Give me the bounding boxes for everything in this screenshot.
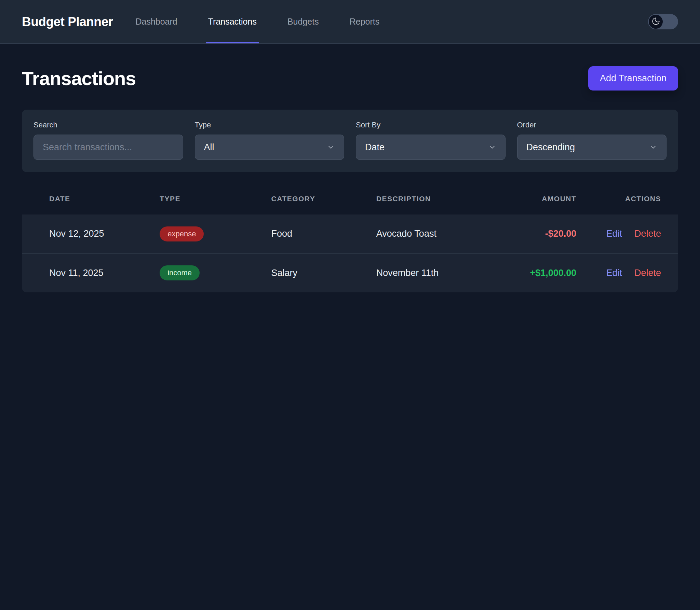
delete-link[interactable]: Delete	[634, 268, 661, 278]
type-select[interactable]: All	[195, 135, 345, 160]
type-select-value: All	[204, 142, 214, 153]
type-field: Type All	[195, 121, 345, 160]
chevron-down-icon	[649, 143, 657, 151]
page-header: Transactions Add Transaction	[22, 66, 678, 91]
nav-item-reports[interactable]: Reports	[348, 0, 382, 43]
col-header-actions: ACTIONS	[576, 180, 678, 214]
filters-card: Search Type All Sort By Date Order	[22, 110, 678, 172]
search-field: Search	[33, 121, 183, 160]
search-input[interactable]	[33, 135, 183, 160]
edit-link[interactable]: Edit	[606, 228, 622, 239]
chevron-down-icon	[327, 143, 335, 151]
theme-toggle-knob	[649, 15, 663, 29]
chevron-down-icon	[488, 143, 496, 151]
edit-link[interactable]: Edit	[606, 268, 622, 278]
theme-toggle[interactable]	[648, 14, 678, 29]
page-title: Transactions	[22, 67, 136, 89]
sort-by-select[interactable]: Date	[356, 135, 506, 160]
order-label: Order	[517, 121, 667, 129]
cell-date: Nov 11, 2025	[22, 253, 160, 292]
cell-amount: +$1,000.00	[501, 253, 577, 292]
order-field: Order Descending	[517, 121, 667, 160]
col-header-date: DATE	[22, 180, 160, 214]
type-badge-income: income	[160, 265, 200, 280]
app-title: Budget Planner	[22, 15, 113, 29]
type-label: Type	[195, 121, 345, 129]
col-header-category: CATEGORY	[271, 180, 376, 214]
cell-description: November 11th	[376, 253, 501, 292]
sort-by-label: Sort By	[356, 121, 506, 129]
main-nav: Dashboard Transactions Budgets Reports	[133, 0, 408, 43]
nav-item-dashboard[interactable]: Dashboard	[133, 0, 179, 43]
transaction-row: Nov 11, 2025 income Salary November 11th…	[22, 253, 678, 292]
nav-item-transactions[interactable]: Transactions	[206, 0, 259, 43]
col-header-description: DESCRIPTION	[376, 180, 501, 214]
moon-icon	[651, 17, 660, 27]
cell-amount: -$20.00	[501, 214, 577, 253]
col-header-type: TYPE	[160, 180, 271, 214]
sort-by-field: Sort By Date	[356, 121, 506, 160]
nav-item-budgets[interactable]: Budgets	[285, 0, 321, 43]
cell-category: Food	[271, 214, 376, 253]
cell-category: Salary	[271, 253, 376, 292]
col-header-amount: AMOUNT	[501, 180, 577, 214]
order-select-value: Descending	[526, 142, 575, 153]
delete-link[interactable]: Delete	[634, 228, 661, 239]
cell-date: Nov 12, 2025	[22, 214, 160, 253]
order-select[interactable]: Descending	[517, 135, 667, 160]
top-navbar: Budget Planner Dashboard Transactions Bu…	[0, 0, 700, 44]
main-content: Transactions Add Transaction Search Type…	[0, 66, 700, 292]
table-header-row: DATE TYPE CATEGORY DESCRIPTION AMOUNT AC…	[22, 180, 678, 214]
cell-description: Avocado Toast	[376, 214, 501, 253]
add-transaction-button[interactable]: Add Transaction	[588, 66, 678, 91]
sort-by-select-value: Date	[365, 142, 385, 153]
transaction-row: Nov 12, 2025 expense Food Avocado Toast …	[22, 214, 678, 253]
transactions-table: DATE TYPE CATEGORY DESCRIPTION AMOUNT AC…	[22, 180, 678, 292]
type-badge-expense: expense	[160, 226, 204, 241]
search-label: Search	[33, 121, 183, 129]
